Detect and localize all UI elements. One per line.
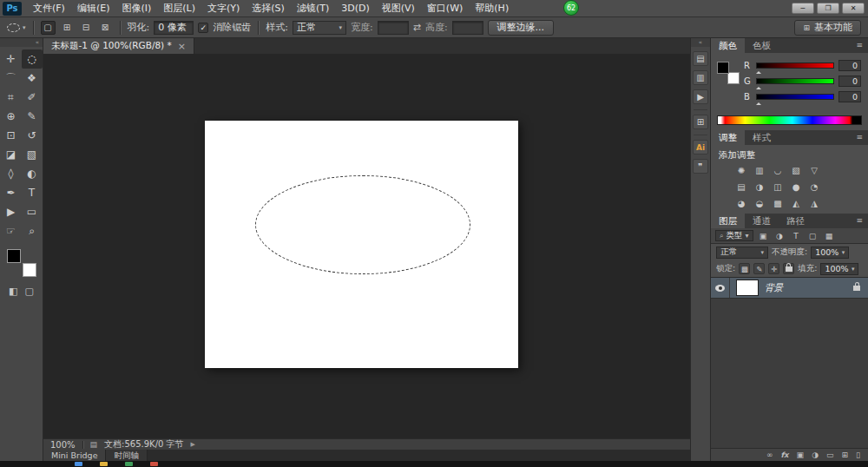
- taskbar-item[interactable]: [150, 462, 158, 466]
- menu-view[interactable]: 视图(V): [376, 0, 421, 17]
- menu-select[interactable]: 选择(S): [246, 0, 291, 17]
- new-selection-button[interactable]: ▢: [41, 21, 56, 35]
- blue-slider[interactable]: [756, 94, 834, 100]
- lock-position-icon[interactable]: ✛: [768, 263, 779, 274]
- filter-type-icon[interactable]: T: [790, 232, 803, 240]
- menu-window[interactable]: 窗口(W): [421, 0, 469, 17]
- dock-collapse-icon[interactable]: «: [691, 38, 710, 47]
- blue-value[interactable]: 0: [838, 91, 861, 102]
- menu-help[interactable]: 帮助(H): [469, 0, 515, 17]
- close-button[interactable]: ✕: [842, 3, 865, 14]
- layer-style-icon[interactable]: fx: [780, 451, 788, 459]
- path-selection-tool[interactable]: ▶: [1, 202, 22, 221]
- lock-transparency-icon[interactable]: ▩: [739, 263, 750, 274]
- type-tool[interactable]: T: [22, 183, 43, 202]
- toolbar-collapse-icon[interactable]: «: [0, 38, 43, 47]
- document-canvas[interactable]: [205, 121, 518, 368]
- subtract-selection-button[interactable]: ⊟: [79, 21, 94, 35]
- filter-shape-icon[interactable]: ▢: [806, 232, 819, 240]
- eraser-tool[interactable]: ◪: [1, 145, 22, 164]
- dodge-tool[interactable]: ◐: [22, 164, 43, 183]
- green-value[interactable]: 0: [838, 76, 861, 87]
- color-lookup-icon[interactable]: ◕: [733, 198, 749, 209]
- layer-filter-type-select[interactable]: ⌕ 类型 ▾: [715, 230, 753, 241]
- color-balance-icon[interactable]: ◑: [752, 181, 767, 193]
- red-value[interactable]: 0: [838, 60, 861, 71]
- layer-row-background[interactable]: 背景: [711, 278, 868, 299]
- invert-icon[interactable]: ◒: [752, 198, 767, 209]
- menu-edit[interactable]: 编辑(E): [71, 0, 116, 17]
- status-flyout-icon[interactable]: ▶: [191, 441, 195, 448]
- width-input[interactable]: [378, 21, 409, 35]
- adjustment-layer-icon[interactable]: ◑: [812, 451, 819, 459]
- collapsed-panel-history-icon[interactable]: ▤: [693, 51, 708, 66]
- restore-button[interactable]: ❐: [817, 3, 839, 14]
- tab-color[interactable]: 颜色: [711, 38, 745, 53]
- menu-file[interactable]: 文件(F): [27, 0, 71, 17]
- layer-mask-icon[interactable]: ▣: [797, 451, 805, 459]
- spot-healing-brush-tool[interactable]: ⊕: [1, 107, 22, 126]
- blend-mode-select[interactable]: 正常 ▾: [716, 247, 768, 259]
- green-slider[interactable]: [756, 78, 834, 84]
- tab-adjustments[interactable]: 调整: [711, 130, 745, 145]
- foreground-color-swatch[interactable]: [7, 249, 21, 263]
- intersect-selection-button[interactable]: ⊠: [98, 21, 113, 35]
- new-layer-icon[interactable]: ⊞: [842, 451, 849, 459]
- history-brush-tool[interactable]: ↺: [22, 126, 43, 145]
- hue-saturation-icon[interactable]: ▤: [733, 181, 749, 193]
- screen-mode-button[interactable]: ▢: [25, 286, 34, 297]
- workspace-switcher[interactable]: ⊞ 基本功能: [794, 20, 861, 36]
- taskbar-item[interactable]: [100, 462, 108, 466]
- menu-type[interactable]: 文字(Y): [201, 0, 246, 17]
- new-group-icon[interactable]: ▭: [826, 451, 834, 459]
- exposure-icon[interactable]: ▧: [788, 165, 804, 176]
- brightness-contrast-icon[interactable]: ✺: [733, 165, 749, 176]
- taskbar-item[interactable]: [75, 462, 82, 466]
- add-selection-button[interactable]: ⊞: [60, 21, 75, 35]
- swap-dimensions-icon[interactable]: ⇄: [413, 22, 421, 33]
- collapsed-panel-ai-icon[interactable]: Ai: [693, 140, 708, 155]
- document-tab[interactable]: 未标题-1 @ 100%(RGB/8) * ×: [43, 38, 194, 54]
- selective-color-icon[interactable]: ◮: [806, 198, 822, 209]
- curves-icon[interactable]: ◡: [770, 165, 786, 176]
- background-swatch[interactable]: [727, 72, 740, 84]
- refine-edge-button[interactable]: 调整边缘...: [488, 20, 555, 36]
- crop-tool[interactable]: ⌗: [1, 88, 22, 107]
- menu-image[interactable]: 图像(I): [115, 0, 157, 17]
- collapsed-panel-properties-icon[interactable]: ⊞: [693, 115, 708, 129]
- red-slider[interactable]: [756, 62, 834, 69]
- brush-tool[interactable]: ✎: [22, 107, 43, 126]
- tab-paths[interactable]: 路径: [779, 214, 812, 228]
- collapsed-panel-info-icon[interactable]: ▥: [693, 70, 708, 85]
- filter-smart-object-icon[interactable]: ▦: [823, 232, 836, 240]
- collapsed-panel-actions-icon[interactable]: ▶: [693, 89, 708, 104]
- clone-stamp-tool[interactable]: ⊡: [1, 126, 22, 145]
- layer-thumbnail[interactable]: [736, 280, 759, 296]
- filter-pixel-icon[interactable]: ▣: [757, 232, 770, 240]
- blur-tool[interactable]: ◊: [1, 164, 22, 183]
- height-input[interactable]: [452, 21, 483, 35]
- elliptical-marquee-tool[interactable]: ◌: [22, 49, 43, 69]
- gradient-tool[interactable]: ▧: [22, 145, 43, 164]
- layer-visibility-toggle[interactable]: [711, 278, 730, 298]
- color-spectrum-bar[interactable]: [717, 115, 862, 125]
- color-panel-menu-icon[interactable]: ≡: [851, 38, 868, 53]
- channel-mixer-icon[interactable]: ◔: [806, 181, 822, 193]
- menu-layer[interactable]: 图层(L): [157, 0, 201, 17]
- tab-mini-bridge[interactable]: Mini Bridge: [43, 450, 106, 461]
- fill-input[interactable]: 100% ▾: [820, 263, 858, 275]
- current-tool-preview[interactable]: ▾: [7, 23, 26, 32]
- tab-styles[interactable]: 样式: [745, 130, 779, 145]
- minimize-button[interactable]: ─: [792, 3, 814, 14]
- opacity-input[interactable]: 100% ▾: [811, 247, 849, 259]
- foreground-swatch[interactable]: [717, 62, 729, 74]
- lock-all-icon[interactable]: [783, 263, 794, 274]
- pen-tool[interactable]: ✒: [1, 183, 22, 202]
- delete-layer-icon[interactable]: ▯: [856, 451, 860, 459]
- eyedropper-tool[interactable]: ✐: [22, 88, 43, 107]
- collapsed-panel-notes-icon[interactable]: ❞: [693, 159, 708, 174]
- lasso-tool[interactable]: ⌒: [1, 69, 22, 88]
- quick-mask-button[interactable]: ◧: [9, 286, 17, 297]
- black-white-icon[interactable]: ◫: [770, 181, 786, 193]
- photo-filter-icon[interactable]: ●: [788, 181, 804, 193]
